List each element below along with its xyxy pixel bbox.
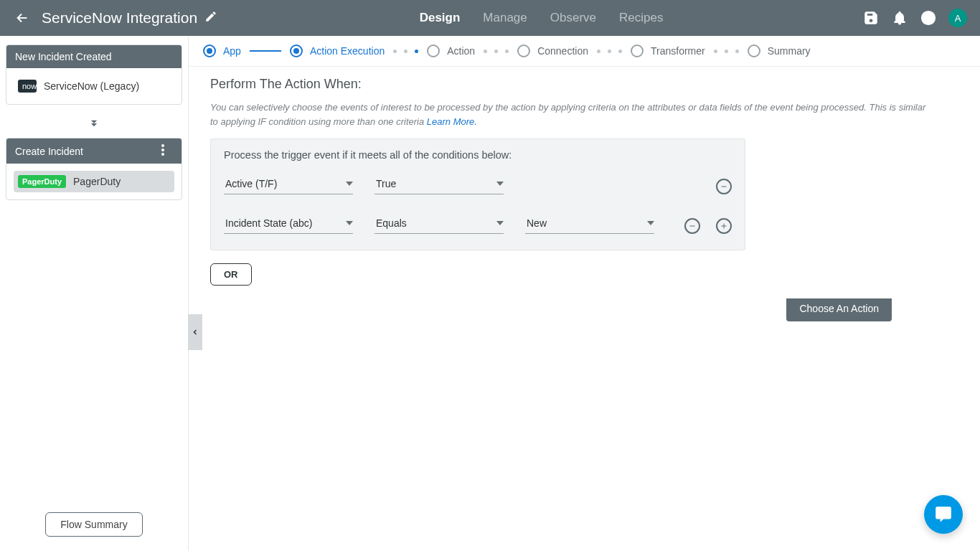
step-separator [250,50,281,52]
servicenow-chip-icon: now [18,80,37,93]
remove-condition-button[interactable] [716,179,732,194]
chevron-down-icon [496,182,504,186]
action-card-title: Create Incident [15,146,83,157]
trigger-app-name: ServiceNow (Legacy) [44,80,139,92]
section-description-text: You can selectively choose the events of… [210,102,925,127]
edit-title-icon[interactable] [204,10,220,26]
remove-condition-button[interactable] [684,218,700,234]
condition-row: Active (T/F) True [224,175,732,194]
tab-manage[interactable]: Manage [483,11,527,25]
back-button[interactable] [13,9,32,27]
header-actions: A [862,9,967,27]
tab-design[interactable]: Design [420,11,461,25]
step-connection[interactable]: Connection [517,44,588,57]
chevron-down-icon [496,221,504,225]
step-transformer[interactable]: Transformer [631,44,705,57]
main-tabs: Design Manage Observe Recipes [220,11,862,25]
step-separator [484,50,509,53]
action-app-name: PagerDuty [73,176,121,187]
trigger-card-title: New Incident Created [15,51,112,62]
trigger-card-header: New Incident Created [6,45,182,68]
action-card-more-icon[interactable] [161,144,173,158]
step-label: Summary [768,45,811,57]
step-circle-icon [290,44,303,57]
step-circle-icon [427,44,440,57]
config-stepper: App Action Execution Action Connection T… [189,36,980,67]
action-card[interactable]: Create Incident PagerDuty PagerDuty [6,138,182,200]
pagerduty-chip-icon: PagerDuty [18,175,66,188]
step-label: Connection [537,45,588,57]
save-icon[interactable] [862,9,880,27]
step-circle-icon [203,44,216,57]
tab-recipes[interactable]: Recipes [619,11,663,25]
select-value: New [527,217,547,229]
condition-row: Incident State (abc) Equals New [224,215,732,234]
select-value: True [376,178,396,189]
condition-value-select[interactable]: New [525,215,654,234]
flow-connector-icon [6,112,182,138]
step-separator [714,50,739,53]
condition-field-select[interactable]: Incident State (abc) [224,215,353,234]
sidebar-collapse-toggle[interactable] [188,314,202,350]
step-label: Action Execution [310,45,385,57]
condition-operator-select[interactable]: True [374,175,504,194]
help-icon[interactable] [920,9,937,27]
trigger-app-row[interactable]: now ServiceNow (Legacy) [14,75,174,97]
learn-more-link[interactable]: Learn More. [427,116,477,127]
conditions-block: Process the trigger event if it meets al… [210,138,745,250]
flow-summary-button[interactable]: Flow Summary [45,512,142,537]
select-value: Equals [376,217,407,229]
notifications-icon[interactable] [891,9,908,27]
action-app-row[interactable]: PagerDuty PagerDuty [14,171,174,192]
step-circle-icon [517,44,530,57]
section-description: You can selectively choose the events of… [210,100,928,128]
or-button[interactable]: OR [210,263,252,286]
add-condition-button[interactable] [716,218,732,234]
step-label: App [223,45,241,57]
svg-point-2 [161,144,164,147]
app-header: ServiceNow Integration Design Manage Obs… [0,0,980,36]
user-avatar[interactable]: A [948,9,967,27]
step-label: Action [447,45,475,57]
select-value: Active (T/F) [225,178,277,189]
trigger-card[interactable]: New Incident Created now ServiceNow (Leg… [6,44,182,105]
tab-observe[interactable]: Observe [550,11,596,25]
step-action-execution[interactable]: Action Execution [290,44,385,57]
conditions-block-title: Process the trigger event if it meets al… [224,149,732,161]
chevron-down-icon [346,182,353,186]
condition-field-select[interactable]: Active (T/F) [224,175,353,194]
step-app[interactable]: App [203,44,241,57]
step-circle-icon [748,44,760,57]
step-summary[interactable]: Summary [748,44,811,57]
page-title: ServiceNow Integration [42,9,197,27]
action-card-header: Create Incident [6,138,182,164]
condition-operator-select[interactable]: Equals [374,215,504,234]
section-title: Perform The Action When: [210,77,958,92]
main-panel: App Action Execution Action Connection T… [188,36,980,551]
svg-point-1 [928,21,929,22]
choose-action-button[interactable]: Choose An Action [786,298,892,321]
chevron-down-icon [346,221,353,225]
chevron-down-icon [647,221,654,225]
step-separator [393,50,418,53]
svg-point-4 [161,153,164,156]
step-action[interactable]: Action [427,44,475,57]
step-separator [597,50,622,53]
step-circle-icon [631,44,644,57]
select-value: Incident State (abc) [225,217,312,229]
svg-point-3 [161,149,164,151]
chat-bubble[interactable] [924,495,963,534]
flow-sidebar: New Incident Created now ServiceNow (Leg… [0,36,188,551]
step-label: Transformer [651,45,705,57]
